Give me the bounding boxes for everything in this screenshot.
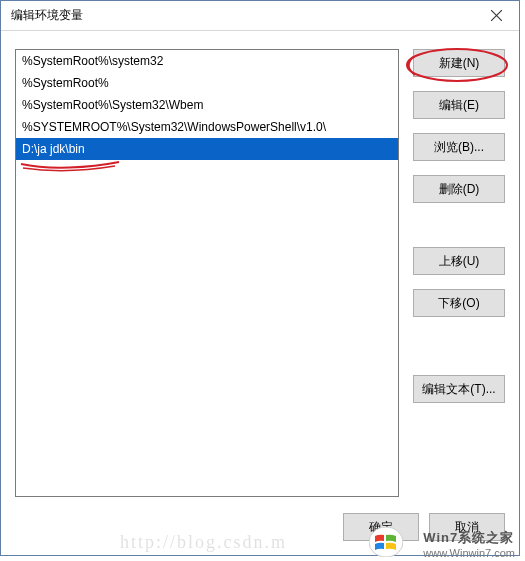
browse-button[interactable]: 浏览(B)... [413,133,505,161]
new-button[interactable]: 新建(N) [413,49,505,77]
move-up-button[interactable]: 上移(U) [413,247,505,275]
list-item[interactable]: %SYSTEMROOT%\System32\WindowsPowerShell\… [16,116,398,138]
list-item[interactable]: %SystemRoot%\System32\Wbem [16,94,398,116]
ok-button[interactable]: 确定 [343,513,419,541]
list-item[interactable]: %SystemRoot% [16,72,398,94]
dialog-bottom-row: 确定 取消 [343,513,505,541]
titlebar: 编辑环境变量 [1,1,519,31]
move-down-button[interactable]: 下移(O) [413,289,505,317]
button-column: 新建(N) 编辑(E) 浏览(B)... 删除(D) 上移(U) 下移(O) 编… [413,49,505,497]
cancel-button[interactable]: 取消 [429,513,505,541]
path-listbox[interactable]: %SystemRoot%\system32%SystemRoot%%System… [15,49,399,497]
delete-button[interactable]: 删除(D) [413,175,505,203]
edit-text-button[interactable]: 编辑文本(T)... [413,375,505,403]
window-title: 编辑环境变量 [11,7,83,24]
list-item[interactable]: D:\ja jdk\bin [16,138,398,160]
close-button[interactable] [474,1,519,31]
client-area: %SystemRoot%\system32%SystemRoot%%System… [1,31,519,555]
main-row: %SystemRoot%\system32%SystemRoot%%System… [15,49,505,497]
close-icon [491,10,502,21]
dialog-window: 编辑环境变量 %SystemRoot%\system32%SystemRoot%… [0,0,520,556]
edit-button[interactable]: 编辑(E) [413,91,505,119]
list-item[interactable]: %SystemRoot%\system32 [16,50,398,72]
